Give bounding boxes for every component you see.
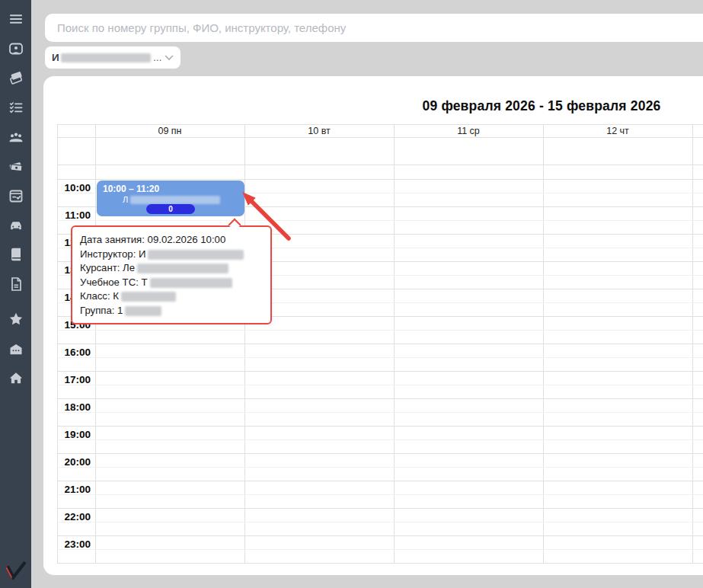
time-label: 18:00 (57, 401, 91, 413)
day-header-wed: 11 ср (394, 126, 543, 136)
v-logo (2, 561, 28, 586)
lesson-tooltip: Дата занятия: 09.02.2026 10:00 Инструкто… (71, 225, 272, 324)
chevron-down-icon (165, 55, 174, 61)
grid-line (57, 124, 703, 125)
car-icon (8, 216, 24, 233)
sidebar-item-instructors[interactable] (0, 34, 31, 64)
home-icon (8, 369, 24, 386)
sidebar-item-groups[interactable] (0, 122, 31, 152)
redacted-group (125, 306, 161, 316)
time-label: 11:00 (57, 209, 91, 221)
sidebar-item-favorites[interactable] (0, 305, 31, 334)
grid-line (57, 508, 703, 509)
sidebar (0, 0, 31, 588)
redacted-event-text (130, 196, 220, 204)
time-label: 19:00 (57, 429, 91, 440)
sidebar-item-schedule[interactable] (0, 181, 31, 211)
time-label: 16:00 (57, 347, 91, 358)
time-label: 22:00 (57, 511, 91, 522)
event-count-badge: 0 (146, 204, 195, 214)
layers-icon (8, 69, 24, 86)
tooltip-cadet-line: Курсант: Ле (80, 261, 263, 276)
school-icon (8, 340, 24, 357)
calendar-grid: 09 пн 10 вт 11 ср 12 чт 10:00 11:00 12:0… (57, 124, 703, 563)
grid-line (57, 357, 703, 358)
sidebar-item-stickers[interactable] (0, 63, 31, 93)
sidebar-item-journal[interactable] (0, 240, 31, 270)
time-label: 20:00 (57, 456, 91, 468)
day-header-tue: 10 вт (244, 126, 394, 136)
event-time-range: 10:00 – 11:20 (103, 184, 238, 194)
redacted-cadet (137, 264, 228, 273)
tooltip-instructor-line: Инструктор: И (80, 248, 263, 262)
calendar-card: 09 февраля 2026 - 15 февраля 2026 09 пн … (43, 76, 703, 575)
instructor-filter-dropdown[interactable]: И … (45, 46, 181, 69)
star-icon (8, 311, 24, 328)
menu-icon (8, 11, 24, 27)
grid-line (57, 481, 703, 481)
grid-line (57, 137, 703, 138)
sidebar-item-home[interactable] (0, 363, 31, 393)
grid-line (57, 330, 703, 331)
grid-line (57, 398, 703, 399)
group-icon (8, 129, 24, 145)
grid-line (57, 535, 703, 536)
sidebar-item-checklist[interactable] (0, 93, 31, 123)
tooltip-group-line: Группа: 1 (80, 304, 263, 318)
event-title-prefix: Л (123, 195, 128, 204)
sidebar-item-school[interactable] (0, 334, 31, 364)
checklist-icon (8, 99, 24, 116)
book-icon (8, 246, 24, 263)
calendar-check-icon (8, 187, 24, 204)
grid-line (57, 412, 703, 413)
grid-line (57, 522, 703, 522)
redacted-class (121, 292, 176, 302)
grid-line (57, 344, 703, 344)
sidebar-item-vehicles[interactable] (0, 210, 31, 240)
topbar: И … (31, 0, 703, 76)
grid-line (57, 371, 703, 372)
time-label: 23:00 (57, 538, 91, 550)
time-label: 21:00 (57, 484, 91, 495)
search-input[interactable] (45, 14, 703, 42)
grid-line (57, 439, 703, 440)
day-header-thu: 12 чт (543, 126, 692, 136)
document-icon (8, 276, 24, 292)
grid-line (57, 549, 703, 550)
tooltip-class-line: Класс: К (80, 289, 263, 304)
redacted-instructor (148, 250, 244, 260)
grid-line (57, 165, 703, 165)
day-header-mon: 09 пн (95, 126, 244, 136)
time-label: 10:00 (57, 182, 91, 193)
grid-line (57, 385, 703, 385)
grid-line (57, 467, 703, 468)
money-icon (8, 158, 24, 174)
filter-ellipsis: … (153, 53, 162, 63)
redacted-filter-text (61, 53, 151, 62)
grid-line (57, 220, 703, 221)
tooltip-date-line: Дата занятия: 09.02.2026 10:00 (80, 233, 263, 248)
grid-line (57, 426, 703, 427)
grid-line (57, 563, 703, 564)
sidebar-item-payments[interactable] (0, 152, 31, 181)
grid-line (57, 494, 703, 495)
instructor-card-icon (8, 40, 24, 57)
grid-line (57, 453, 703, 454)
time-label: 17:00 (57, 374, 91, 385)
redacted-vehicle (150, 278, 232, 288)
filter-value: И (52, 52, 59, 63)
calendar-week-title: 09 февраля 2026 - 15 февраля 2026 (389, 98, 694, 114)
grid-line (57, 179, 703, 180)
lesson-event[interactable]: 10:00 – 11:20 Л 0 (97, 181, 244, 216)
tooltip-vehicle-line: Учебное ТС: Т (80, 276, 263, 290)
sidebar-item-menu[interactable] (0, 5, 31, 34)
sidebar-item-documents[interactable] (0, 269, 31, 299)
